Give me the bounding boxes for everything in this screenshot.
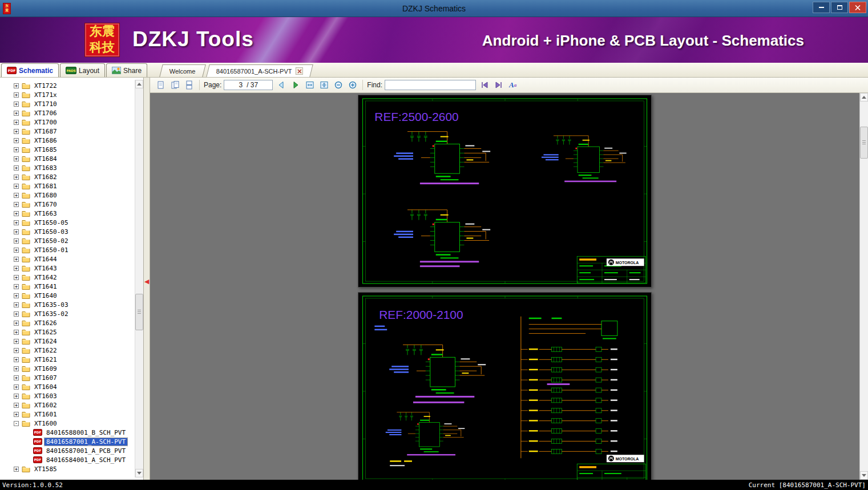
tree-expander[interactable]: +	[14, 321, 19, 326]
viewer-scrollbar[interactable]	[859, 93, 868, 480]
tree-item-label[interactable]: XT1643	[33, 265, 59, 272]
tree-item[interactable]: + XT1670	[0, 200, 135, 209]
tree-item[interactable]: + XT1686	[0, 136, 135, 145]
tree-item-label[interactable]: XT1641	[33, 283, 59, 290]
tree-item[interactable]: + XT1680	[0, 191, 135, 200]
tree-expander[interactable]: +	[14, 111, 19, 116]
tree-item[interactable]: + XT1650-05	[0, 218, 135, 227]
tree-item[interactable]: + XT1607	[0, 373, 135, 382]
tree-item-label[interactable]: XT1683	[33, 164, 59, 172]
tree-item-label[interactable]: XT1635-03	[33, 301, 70, 309]
tree-item[interactable]: + XT1602	[0, 400, 135, 410]
tree-expander[interactable]: +	[14, 348, 19, 353]
facing-pages-view-button[interactable]	[169, 79, 181, 91]
tree-item[interactable]: + XT1603	[0, 391, 135, 400]
tree-item-label[interactable]: XT1644	[33, 256, 59, 263]
tree-item[interactable]: + XT1643	[0, 264, 135, 273]
tree-item-label[interactable]: XT1670	[33, 201, 59, 208]
scroll-up-button[interactable]	[860, 93, 868, 102]
tree-expander[interactable]: +	[14, 184, 19, 189]
tab-share[interactable]: Share	[106, 63, 147, 77]
tree-item[interactable]: + XT1626	[0, 318, 135, 327]
tree-item-label[interactable]: XT1650-05	[33, 219, 70, 226]
tree-item-label[interactable]: XT1650-01	[33, 246, 70, 254]
tree-expander[interactable]: +	[14, 412, 19, 417]
tree-item-label[interactable]: XT1603	[33, 392, 59, 400]
scrollbar-thumb[interactable]	[135, 294, 143, 330]
tree-item-label[interactable]: XT1663	[33, 210, 59, 217]
tree-item[interactable]: + XT1706	[0, 108, 135, 118]
tree-item-label[interactable]: XT1621	[33, 356, 59, 363]
tree-item[interactable]: + XT1635-03	[0, 300, 135, 309]
match-case-button[interactable]: Aa	[507, 79, 519, 91]
tree-expander[interactable]: +	[14, 275, 19, 280]
tree-item-label[interactable]: XT1640	[33, 292, 59, 299]
tree-expander[interactable]: +	[14, 175, 19, 180]
tree-item-label[interactable]: XT1722	[33, 82, 59, 90]
tree-item-label[interactable]: XT1680	[33, 192, 59, 199]
tree-item-label[interactable]: XT1700	[33, 119, 59, 126]
scrollbar-thumb[interactable]	[860, 127, 868, 159]
tree-item-label[interactable]: XT1625	[33, 329, 59, 336]
tree-expander[interactable]: +	[14, 138, 19, 143]
tree-item-label[interactable]: XT1607	[33, 374, 59, 382]
tree-item-label[interactable]: XT1601	[33, 411, 59, 418]
close-tab-button[interactable]	[295, 67, 302, 75]
tree-item[interactable]: + XT1621	[0, 355, 135, 364]
tree-item-label[interactable]: 84016587001_A-SCH-PVT	[45, 438, 127, 446]
tree-item[interactable]: PDF 84016587001_A-SCH-PVT	[0, 437, 135, 446]
tree-item-label[interactable]: XT1624	[33, 338, 59, 345]
tree-expander[interactable]: +	[14, 193, 19, 198]
tree-expander[interactable]: +	[14, 147, 19, 152]
tree-item[interactable]: + XT1642	[0, 273, 135, 282]
tree-item-label[interactable]: XT1650-02	[33, 237, 70, 245]
sidebar-scrollbar[interactable]	[135, 80, 143, 477]
tree-item-label[interactable]: XT171x	[33, 91, 59, 99]
collapse-panel-icon[interactable]: ◀	[144, 278, 149, 285]
close-button[interactable]	[849, 2, 866, 13]
tree-item-label[interactable]: XT1642	[33, 274, 59, 281]
tree-expander[interactable]: +	[14, 339, 19, 344]
tree-item-label[interactable]: 84016588001_B_SCH_PVT	[45, 429, 127, 436]
tree-expander[interactable]: +	[14, 92, 19, 98]
pdf-viewer[interactable]: MOTOROLA	[150, 93, 859, 480]
tree-item[interactable]: + XT1609	[0, 364, 135, 373]
tree-expander[interactable]: +	[14, 284, 19, 289]
tree-item[interactable]: - XT1600	[0, 419, 135, 428]
tree-item-label[interactable]: XT1635-02	[33, 310, 70, 318]
tree-expander[interactable]: +	[14, 394, 19, 399]
tab-schematic[interactable]: PDF Schematic	[1, 63, 59, 77]
fit-page-button[interactable]	[318, 79, 330, 91]
tree-item[interactable]: + XT1685	[0, 145, 135, 154]
tree-expander[interactable]: +	[14, 366, 19, 371]
tree-expander[interactable]: -	[14, 421, 19, 426]
tree-item[interactable]: + XT1641	[0, 282, 135, 291]
tree-item-label[interactable]: XT1622	[33, 347, 59, 354]
tree-expander[interactable]: +	[14, 202, 19, 207]
tree-expander[interactable]: +	[14, 293, 19, 298]
tree-item-label[interactable]: XT1600	[33, 420, 59, 427]
tree-item[interactable]: + XT1687	[0, 127, 135, 136]
tree-expander[interactable]: +	[14, 357, 19, 362]
tree-expander[interactable]: +	[14, 129, 19, 134]
tree-item[interactable]: + XT1622	[0, 346, 135, 355]
tree-item[interactable]: + XT1624	[0, 337, 135, 346]
tree-expander[interactable]: +	[14, 403, 19, 408]
tree-item[interactable]: + XT1601	[0, 410, 135, 419]
tree-item-label[interactable]: 84016587001_A_PCB_PVT	[45, 447, 127, 455]
tree-expander[interactable]: +	[14, 83, 19, 88]
scroll-down-button[interactable]	[860, 471, 868, 480]
tree-expander[interactable]: +	[14, 257, 19, 262]
tree-expander[interactable]: +	[14, 330, 19, 335]
tree-item-label[interactable]: XT1650-03	[33, 228, 70, 236]
tree-item[interactable]: + XT1625	[0, 327, 135, 337]
tree-item-label[interactable]: 84016584001_A_SCH_PVT	[45, 456, 127, 464]
tree-expander[interactable]: +	[14, 156, 19, 161]
tree-item[interactable]: + XT1682	[0, 172, 135, 181]
tree-item[interactable]: + XT1585	[0, 464, 135, 473]
tree-item[interactable]: PDF 84016584001_A_SCH_PVT	[0, 455, 135, 464]
scroll-down-button[interactable]	[135, 469, 143, 477]
find-input[interactable]	[385, 80, 476, 90]
tree-item[interactable]: + XT1722	[0, 81, 135, 90]
tab-layout[interactable]: PADS Layout	[60, 63, 105, 77]
